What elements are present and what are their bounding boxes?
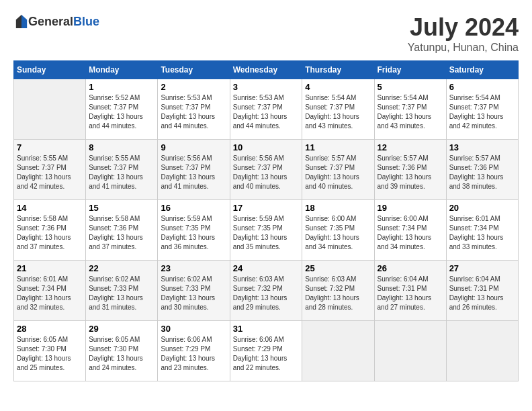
day-number: 5	[378, 82, 443, 92]
day-number: 29	[89, 324, 154, 334]
calendar-cell: 17Sunrise: 5:59 AMSunset: 7:35 PMDayligh…	[230, 200, 302, 261]
day-info: Sunrise: 6:02 AMSunset: 7:33 PMDaylight:…	[161, 275, 226, 312]
day-info: Sunrise: 5:57 AMSunset: 7:37 PMDaylight:…	[305, 154, 371, 191]
calendar-cell: 8Sunrise: 5:55 AMSunset: 7:37 PMDaylight…	[86, 140, 158, 200]
day-info: Sunrise: 5:54 AMSunset: 7:37 PMDaylight:…	[449, 93, 515, 131]
calendar-cell: 2Sunrise: 5:53 AMSunset: 7:37 PMDaylight…	[158, 79, 230, 140]
logo-icon	[15, 13, 28, 30]
weekday-header-saturday: Saturday	[446, 61, 518, 79]
calendar-table: SundayMondayTuesdayWednesdayThursdayFrid…	[13, 60, 519, 381]
day-number: 31	[233, 324, 300, 334]
day-info: Sunrise: 6:01 AMSunset: 7:34 PMDaylight:…	[449, 214, 515, 252]
svg-marker-0	[21, 15, 27, 28]
day-number: 1	[89, 82, 154, 92]
day-info: Sunrise: 6:04 AMSunset: 7:31 PMDaylight:…	[449, 275, 515, 312]
calendar-cell: 27Sunrise: 6:04 AMSunset: 7:31 PMDayligh…	[446, 261, 518, 321]
calendar-cell: 7Sunrise: 5:55 AMSunset: 7:37 PMDaylight…	[14, 140, 86, 200]
calendar-cell: 20Sunrise: 6:01 AMSunset: 7:34 PMDayligh…	[446, 200, 518, 261]
day-number: 16	[161, 203, 226, 213]
calendar-cell: 14Sunrise: 5:58 AMSunset: 7:36 PMDayligh…	[14, 200, 86, 261]
calendar-cell: 26Sunrise: 6:04 AMSunset: 7:31 PMDayligh…	[374, 261, 446, 321]
logo-blue: Blue	[73, 15, 99, 28]
calendar-week-row: 1Sunrise: 5:52 AMSunset: 7:37 PMDaylight…	[14, 79, 519, 140]
day-number: 11	[305, 142, 371, 152]
day-info: Sunrise: 5:57 AMSunset: 7:36 PMDaylight:…	[378, 154, 443, 191]
calendar-cell: 29Sunrise: 6:05 AMSunset: 7:30 PMDayligh…	[86, 321, 158, 381]
calendar-cell: 4Sunrise: 5:54 AMSunset: 7:37 PMDaylight…	[302, 79, 374, 140]
day-info: Sunrise: 6:00 AMSunset: 7:35 PMDaylight:…	[305, 214, 371, 252]
day-number: 6	[449, 82, 515, 92]
day-number: 19	[378, 203, 443, 213]
day-info: Sunrise: 5:59 AMSunset: 7:35 PMDaylight:…	[233, 214, 300, 252]
day-info: Sunrise: 5:54 AMSunset: 7:37 PMDaylight:…	[378, 93, 443, 131]
day-info: Sunrise: 6:02 AMSunset: 7:33 PMDaylight:…	[89, 275, 154, 312]
day-number: 25	[305, 263, 371, 273]
calendar-cell: 5Sunrise: 5:54 AMSunset: 7:37 PMDaylight…	[374, 79, 446, 140]
calendar-cell: 1Sunrise: 5:52 AMSunset: 7:37 PMDaylight…	[86, 79, 158, 140]
month-title: July 2024	[408, 13, 519, 42]
logo-general: General	[28, 15, 73, 28]
day-info: Sunrise: 5:52 AMSunset: 7:37 PMDaylight:…	[89, 93, 154, 131]
calendar-cell: 25Sunrise: 6:03 AMSunset: 7:32 PMDayligh…	[302, 261, 374, 321]
calendar-cell: 6Sunrise: 5:54 AMSunset: 7:37 PMDaylight…	[446, 79, 518, 140]
calendar-cell: 31Sunrise: 6:06 AMSunset: 7:29 PMDayligh…	[230, 321, 302, 381]
calendar-cell: 21Sunrise: 6:01 AMSunset: 7:34 PMDayligh…	[14, 261, 86, 321]
calendar-week-row: 21Sunrise: 6:01 AMSunset: 7:34 PMDayligh…	[14, 261, 519, 321]
calendar-cell: 9Sunrise: 5:56 AMSunset: 7:37 PMDaylight…	[158, 140, 230, 200]
calendar-cell: 13Sunrise: 5:57 AMSunset: 7:36 PMDayligh…	[446, 140, 518, 200]
day-info: Sunrise: 6:06 AMSunset: 7:29 PMDaylight:…	[233, 335, 300, 373]
header-row: SundayMondayTuesdayWednesdayThursdayFrid…	[14, 61, 519, 79]
calendar-cell: 18Sunrise: 6:00 AMSunset: 7:35 PMDayligh…	[302, 200, 374, 261]
day-info: Sunrise: 6:06 AMSunset: 7:29 PMDaylight:…	[161, 335, 226, 373]
day-info: Sunrise: 5:54 AMSunset: 7:37 PMDaylight:…	[305, 93, 371, 131]
weekday-header-friday: Friday	[374, 61, 446, 79]
calendar-cell: 16Sunrise: 5:59 AMSunset: 7:35 PMDayligh…	[158, 200, 230, 261]
weekday-header-wednesday: Wednesday	[230, 61, 302, 79]
day-number: 28	[17, 324, 83, 334]
day-info: Sunrise: 5:55 AMSunset: 7:37 PMDaylight:…	[89, 154, 154, 191]
day-number: 4	[305, 82, 371, 92]
day-number: 2	[161, 82, 226, 92]
day-info: Sunrise: 5:55 AMSunset: 7:37 PMDaylight:…	[17, 154, 83, 191]
calendar-week-row: 7Sunrise: 5:55 AMSunset: 7:37 PMDaylight…	[14, 140, 519, 200]
calendar-cell: 10Sunrise: 5:56 AMSunset: 7:37 PMDayligh…	[230, 140, 302, 200]
calendar-cell: 19Sunrise: 6:00 AMSunset: 7:34 PMDayligh…	[374, 200, 446, 261]
day-info: Sunrise: 5:59 AMSunset: 7:35 PMDaylight:…	[161, 214, 226, 252]
calendar-cell: 23Sunrise: 6:02 AMSunset: 7:33 PMDayligh…	[158, 261, 230, 321]
day-number: 22	[89, 263, 154, 273]
day-number: 20	[449, 203, 515, 213]
day-info: Sunrise: 6:05 AMSunset: 7:30 PMDaylight:…	[89, 335, 154, 373]
day-number: 18	[305, 203, 371, 213]
calendar-cell	[302, 321, 374, 381]
day-info: Sunrise: 6:00 AMSunset: 7:34 PMDaylight:…	[378, 214, 443, 252]
day-number: 27	[449, 263, 515, 273]
weekday-header-sunday: Sunday	[14, 61, 86, 79]
location-title: Yatunpu, Hunan, China	[408, 42, 519, 54]
calendar-cell: 24Sunrise: 6:03 AMSunset: 7:32 PMDayligh…	[230, 261, 302, 321]
day-info: Sunrise: 6:03 AMSunset: 7:32 PMDaylight:…	[233, 275, 300, 312]
day-info: Sunrise: 6:05 AMSunset: 7:30 PMDaylight:…	[17, 335, 83, 373]
calendar-cell: 15Sunrise: 5:58 AMSunset: 7:36 PMDayligh…	[86, 200, 158, 261]
day-number: 12	[378, 142, 443, 152]
day-number: 26	[378, 263, 443, 273]
day-info: Sunrise: 5:58 AMSunset: 7:36 PMDaylight:…	[89, 214, 154, 252]
calendar-cell: 30Sunrise: 6:06 AMSunset: 7:29 PMDayligh…	[158, 321, 230, 381]
day-info: Sunrise: 5:58 AMSunset: 7:36 PMDaylight:…	[17, 214, 83, 252]
day-number: 15	[89, 203, 154, 213]
calendar-week-row: 14Sunrise: 5:58 AMSunset: 7:36 PMDayligh…	[14, 200, 519, 261]
day-number: 3	[233, 82, 300, 92]
calendar-cell	[374, 321, 446, 381]
weekday-header-monday: Monday	[86, 61, 158, 79]
calendar-cell: 12Sunrise: 5:57 AMSunset: 7:36 PMDayligh…	[374, 140, 446, 200]
day-number: 9	[161, 142, 226, 152]
calendar-body: 1Sunrise: 5:52 AMSunset: 7:37 PMDaylight…	[14, 79, 519, 381]
logo: GeneralBlue	[13, 13, 99, 30]
calendar-cell: 28Sunrise: 6:05 AMSunset: 7:30 PMDayligh…	[14, 321, 86, 381]
day-info: Sunrise: 6:01 AMSunset: 7:34 PMDaylight:…	[17, 275, 83, 312]
day-number: 23	[161, 263, 226, 273]
day-number: 30	[161, 324, 226, 334]
day-number: 13	[449, 142, 515, 152]
calendar-cell	[14, 79, 86, 140]
weekday-header-tuesday: Tuesday	[158, 61, 230, 79]
day-info: Sunrise: 5:53 AMSunset: 7:37 PMDaylight:…	[161, 93, 226, 131]
